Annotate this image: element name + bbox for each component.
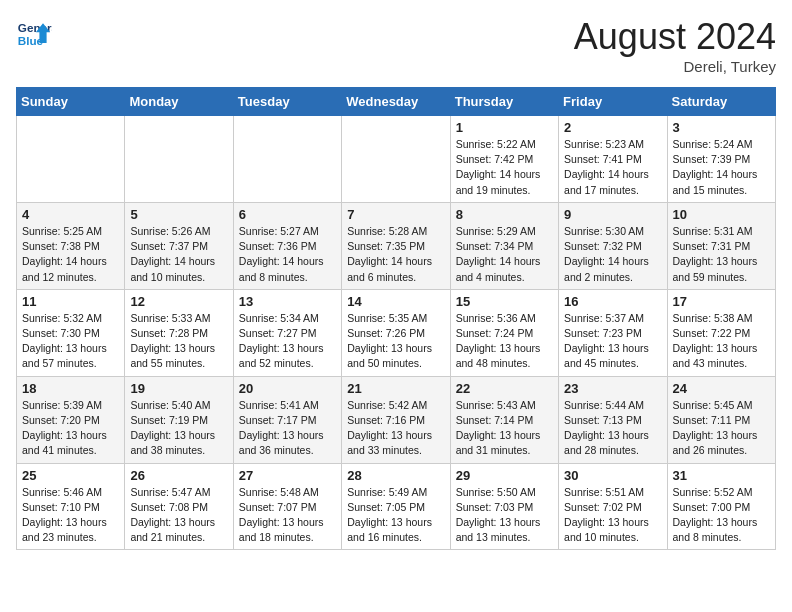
day-info: Sunrise: 5:37 AM Sunset: 7:23 PM Dayligh… xyxy=(564,311,661,372)
day-info: Sunrise: 5:39 AM Sunset: 7:20 PM Dayligh… xyxy=(22,398,119,459)
weekday-header-tuesday: Tuesday xyxy=(233,88,341,116)
day-info: Sunrise: 5:23 AM Sunset: 7:41 PM Dayligh… xyxy=(564,137,661,198)
day-info: Sunrise: 5:24 AM Sunset: 7:39 PM Dayligh… xyxy=(673,137,770,198)
day-info: Sunrise: 5:28 AM Sunset: 7:35 PM Dayligh… xyxy=(347,224,444,285)
logo-icon: General Blue xyxy=(16,16,52,52)
day-cell: 1Sunrise: 5:22 AM Sunset: 7:42 PM Daylig… xyxy=(450,116,558,203)
day-info: Sunrise: 5:33 AM Sunset: 7:28 PM Dayligh… xyxy=(130,311,227,372)
day-cell: 29Sunrise: 5:50 AM Sunset: 7:03 PM Dayli… xyxy=(450,463,558,550)
day-cell xyxy=(342,116,450,203)
day-number: 24 xyxy=(673,381,770,396)
day-info: Sunrise: 5:50 AM Sunset: 7:03 PM Dayligh… xyxy=(456,485,553,546)
weekday-header-sunday: Sunday xyxy=(17,88,125,116)
day-cell xyxy=(125,116,233,203)
calendar-table: SundayMondayTuesdayWednesdayThursdayFrid… xyxy=(16,87,776,550)
day-info: Sunrise: 5:27 AM Sunset: 7:36 PM Dayligh… xyxy=(239,224,336,285)
day-info: Sunrise: 5:30 AM Sunset: 7:32 PM Dayligh… xyxy=(564,224,661,285)
day-cell xyxy=(233,116,341,203)
svg-text:General: General xyxy=(18,21,52,34)
weekday-header-wednesday: Wednesday xyxy=(342,88,450,116)
day-cell: 11Sunrise: 5:32 AM Sunset: 7:30 PM Dayli… xyxy=(17,289,125,376)
day-info: Sunrise: 5:38 AM Sunset: 7:22 PM Dayligh… xyxy=(673,311,770,372)
day-cell: 9Sunrise: 5:30 AM Sunset: 7:32 PM Daylig… xyxy=(559,202,667,289)
day-number: 25 xyxy=(22,468,119,483)
day-number: 2 xyxy=(564,120,661,135)
day-number: 6 xyxy=(239,207,336,222)
day-number: 5 xyxy=(130,207,227,222)
month-year: August 2024 xyxy=(574,16,776,58)
day-number: 9 xyxy=(564,207,661,222)
day-cell: 12Sunrise: 5:33 AM Sunset: 7:28 PM Dayli… xyxy=(125,289,233,376)
day-cell: 30Sunrise: 5:51 AM Sunset: 7:02 PM Dayli… xyxy=(559,463,667,550)
day-number: 8 xyxy=(456,207,553,222)
day-cell: 13Sunrise: 5:34 AM Sunset: 7:27 PM Dayli… xyxy=(233,289,341,376)
day-number: 4 xyxy=(22,207,119,222)
day-info: Sunrise: 5:25 AM Sunset: 7:38 PM Dayligh… xyxy=(22,224,119,285)
weekday-header-friday: Friday xyxy=(559,88,667,116)
day-cell xyxy=(17,116,125,203)
day-info: Sunrise: 5:45 AM Sunset: 7:11 PM Dayligh… xyxy=(673,398,770,459)
day-number: 16 xyxy=(564,294,661,309)
day-number: 17 xyxy=(673,294,770,309)
day-number: 13 xyxy=(239,294,336,309)
day-info: Sunrise: 5:29 AM Sunset: 7:34 PM Dayligh… xyxy=(456,224,553,285)
day-cell: 26Sunrise: 5:47 AM Sunset: 7:08 PM Dayli… xyxy=(125,463,233,550)
day-cell: 31Sunrise: 5:52 AM Sunset: 7:00 PM Dayli… xyxy=(667,463,775,550)
day-info: Sunrise: 5:52 AM Sunset: 7:00 PM Dayligh… xyxy=(673,485,770,546)
day-cell: 20Sunrise: 5:41 AM Sunset: 7:17 PM Dayli… xyxy=(233,376,341,463)
weekday-header-monday: Monday xyxy=(125,88,233,116)
day-number: 30 xyxy=(564,468,661,483)
day-info: Sunrise: 5:32 AM Sunset: 7:30 PM Dayligh… xyxy=(22,311,119,372)
day-info: Sunrise: 5:34 AM Sunset: 7:27 PM Dayligh… xyxy=(239,311,336,372)
day-cell: 19Sunrise: 5:40 AM Sunset: 7:19 PM Dayli… xyxy=(125,376,233,463)
week-row-1: 1Sunrise: 5:22 AM Sunset: 7:42 PM Daylig… xyxy=(17,116,776,203)
day-number: 23 xyxy=(564,381,661,396)
weekday-header-saturday: Saturday xyxy=(667,88,775,116)
day-cell: 5Sunrise: 5:26 AM Sunset: 7:37 PM Daylig… xyxy=(125,202,233,289)
day-cell: 22Sunrise: 5:43 AM Sunset: 7:14 PM Dayli… xyxy=(450,376,558,463)
day-info: Sunrise: 5:40 AM Sunset: 7:19 PM Dayligh… xyxy=(130,398,227,459)
day-number: 29 xyxy=(456,468,553,483)
weekday-header-row: SundayMondayTuesdayWednesdayThursdayFrid… xyxy=(17,88,776,116)
day-info: Sunrise: 5:46 AM Sunset: 7:10 PM Dayligh… xyxy=(22,485,119,546)
week-row-3: 11Sunrise: 5:32 AM Sunset: 7:30 PM Dayli… xyxy=(17,289,776,376)
day-number: 28 xyxy=(347,468,444,483)
day-number: 27 xyxy=(239,468,336,483)
day-cell: 8Sunrise: 5:29 AM Sunset: 7:34 PM Daylig… xyxy=(450,202,558,289)
day-number: 19 xyxy=(130,381,227,396)
day-info: Sunrise: 5:35 AM Sunset: 7:26 PM Dayligh… xyxy=(347,311,444,372)
day-number: 1 xyxy=(456,120,553,135)
day-number: 31 xyxy=(673,468,770,483)
day-info: Sunrise: 5:41 AM Sunset: 7:17 PM Dayligh… xyxy=(239,398,336,459)
day-cell: 17Sunrise: 5:38 AM Sunset: 7:22 PM Dayli… xyxy=(667,289,775,376)
day-number: 12 xyxy=(130,294,227,309)
week-row-5: 25Sunrise: 5:46 AM Sunset: 7:10 PM Dayli… xyxy=(17,463,776,550)
day-cell: 15Sunrise: 5:36 AM Sunset: 7:24 PM Dayli… xyxy=(450,289,558,376)
day-number: 18 xyxy=(22,381,119,396)
day-info: Sunrise: 5:48 AM Sunset: 7:07 PM Dayligh… xyxy=(239,485,336,546)
day-info: Sunrise: 5:26 AM Sunset: 7:37 PM Dayligh… xyxy=(130,224,227,285)
day-cell: 10Sunrise: 5:31 AM Sunset: 7:31 PM Dayli… xyxy=(667,202,775,289)
week-row-2: 4Sunrise: 5:25 AM Sunset: 7:38 PM Daylig… xyxy=(17,202,776,289)
day-cell: 24Sunrise: 5:45 AM Sunset: 7:11 PM Dayli… xyxy=(667,376,775,463)
day-cell: 14Sunrise: 5:35 AM Sunset: 7:26 PM Dayli… xyxy=(342,289,450,376)
day-cell: 6Sunrise: 5:27 AM Sunset: 7:36 PM Daylig… xyxy=(233,202,341,289)
day-number: 11 xyxy=(22,294,119,309)
day-info: Sunrise: 5:44 AM Sunset: 7:13 PM Dayligh… xyxy=(564,398,661,459)
day-info: Sunrise: 5:42 AM Sunset: 7:16 PM Dayligh… xyxy=(347,398,444,459)
day-info: Sunrise: 5:36 AM Sunset: 7:24 PM Dayligh… xyxy=(456,311,553,372)
day-cell: 4Sunrise: 5:25 AM Sunset: 7:38 PM Daylig… xyxy=(17,202,125,289)
day-info: Sunrise: 5:47 AM Sunset: 7:08 PM Dayligh… xyxy=(130,485,227,546)
day-cell: 28Sunrise: 5:49 AM Sunset: 7:05 PM Dayli… xyxy=(342,463,450,550)
day-info: Sunrise: 5:51 AM Sunset: 7:02 PM Dayligh… xyxy=(564,485,661,546)
day-cell: 3Sunrise: 5:24 AM Sunset: 7:39 PM Daylig… xyxy=(667,116,775,203)
day-info: Sunrise: 5:31 AM Sunset: 7:31 PM Dayligh… xyxy=(673,224,770,285)
day-number: 21 xyxy=(347,381,444,396)
weekday-header-thursday: Thursday xyxy=(450,88,558,116)
day-cell: 23Sunrise: 5:44 AM Sunset: 7:13 PM Dayli… xyxy=(559,376,667,463)
day-number: 15 xyxy=(456,294,553,309)
day-cell: 25Sunrise: 5:46 AM Sunset: 7:10 PM Dayli… xyxy=(17,463,125,550)
day-cell: 27Sunrise: 5:48 AM Sunset: 7:07 PM Dayli… xyxy=(233,463,341,550)
day-info: Sunrise: 5:43 AM Sunset: 7:14 PM Dayligh… xyxy=(456,398,553,459)
day-number: 26 xyxy=(130,468,227,483)
